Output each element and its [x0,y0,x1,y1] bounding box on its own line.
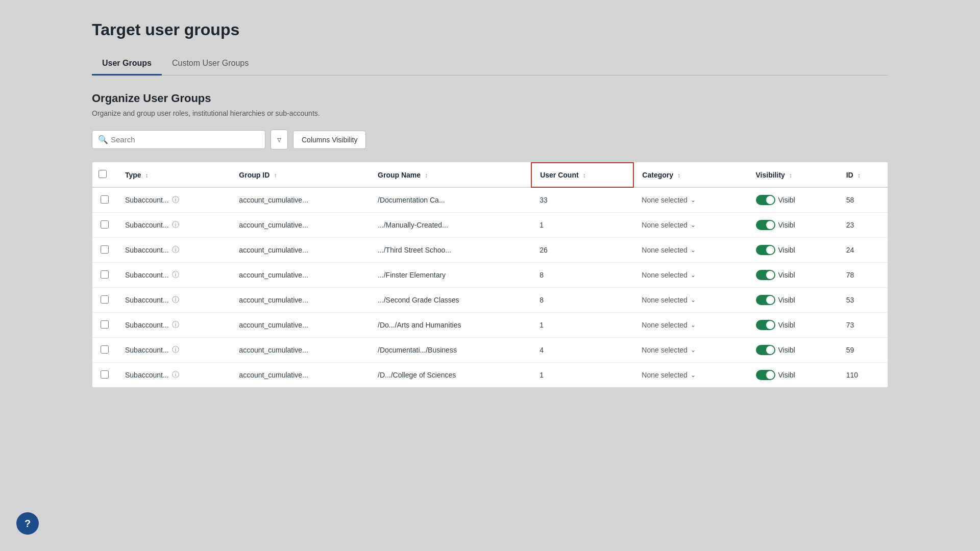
row-id-cell: 58 [838,187,888,213]
row-type-value: Subaccount... [125,371,169,379]
tab-custom-user-groups[interactable]: Custom User Groups [162,54,259,76]
row-info-icon[interactable]: ⓘ [172,345,179,355]
row-category-chevron[interactable]: ⌄ [691,296,696,304]
row-group-id-cell: account_cumulative... [231,238,370,263]
row-category-chevron[interactable]: ⌄ [691,246,696,254]
row-type-value: Subaccount... [125,221,169,229]
row-info-icon[interactable]: ⓘ [172,245,179,255]
group-name-header[interactable]: Group Name ↕ [370,163,531,187]
table-header-row: Type ↕ Group ID ↑ Group Name ↕ User Coun… [92,163,888,187]
row-checkbox-0[interactable] [101,195,109,204]
row-group-name-cell: .../Third Street Schoo... [370,238,531,263]
row-category-chevron[interactable]: ⌄ [691,196,696,204]
row-group-name-value: .../Manually-Created... [378,221,448,229]
row-category-chevron[interactable]: ⌄ [691,371,696,379]
row-info-icon[interactable]: ⓘ [172,195,179,205]
row-visibility-cell: Visibl [748,338,838,363]
row-checkbox-1[interactable] [101,220,109,229]
row-visibility-toggle[interactable] [756,270,775,280]
row-user-count-cell: 1 [531,213,633,238]
row-visibility-toggle[interactable] [756,195,775,205]
row-toggle-knob [766,296,774,304]
select-all-checkbox[interactable] [99,170,107,178]
row-category-chevron[interactable]: ⌄ [691,346,696,354]
row-type-value: Subaccount... [125,346,169,354]
id-header[interactable]: ID ↕ [838,163,888,187]
category-header[interactable]: Category ↕ [633,163,747,187]
row-toggle-knob [766,321,774,329]
page-title: Target user groups [92,20,888,39]
row-info-icon[interactable]: ⓘ [172,295,179,305]
table-row: Subaccount... ⓘ account_cumulative... /D… [92,338,888,363]
visibility-header[interactable]: Visibility ↕ [748,163,838,187]
table-row: Subaccount... ⓘ account_cumulative... ..… [92,238,888,263]
group-id-header[interactable]: Group ID ↑ [231,163,370,187]
columns-visibility-button[interactable]: Columns Visibility [293,131,366,149]
row-type-cell: Subaccount... ⓘ [117,288,231,313]
tabs-container: User Groups Custom User Groups [92,54,888,76]
row-checkbox-cell [92,313,117,338]
search-input[interactable] [92,130,265,149]
user-count-sort-icon: ↕ [583,172,586,179]
row-checkbox-3[interactable] [101,270,109,279]
row-info-icon[interactable]: ⓘ [172,220,179,230]
row-info-icon[interactable]: ⓘ [172,270,179,280]
row-type-cell: Subaccount... ⓘ [117,238,231,263]
row-checkbox-cell [92,187,117,213]
row-category-value: None selected [642,346,688,354]
row-group-id-cell: account_cumulative... [231,363,370,388]
row-group-id-cell: account_cumulative... [231,288,370,313]
row-visibility-toggle[interactable] [756,245,775,255]
table-body: Subaccount... ⓘ account_cumulative... /D… [92,187,888,387]
row-user-count-value: 1 [540,321,544,329]
row-checkbox-cell [92,363,117,388]
user-count-header[interactable]: User Count ↕ [531,163,633,187]
row-toggle-knob [766,221,774,229]
row-visibility-value: Visibl [778,246,795,254]
help-button[interactable]: ? [16,512,39,535]
row-group-name-cell: .../Finster Elementary [370,263,531,288]
table-row: Subaccount... ⓘ account_cumulative... /D… [92,363,888,388]
row-id-cell: 53 [838,288,888,313]
row-checkbox-6[interactable] [101,345,109,354]
type-header[interactable]: Type ↕ [117,163,231,187]
row-checkbox-5[interactable] [101,320,109,329]
row-id-cell: 73 [838,313,888,338]
row-visibility-cell: Visibl [748,187,838,213]
row-category-chevron[interactable]: ⌄ [691,221,696,229]
category-sort-icon: ↕ [677,172,680,179]
filter-button[interactable]: ▿ [271,130,288,149]
row-checkbox-4[interactable] [101,295,109,304]
user-count-header-label: User Count [540,171,578,179]
row-visibility-toggle[interactable] [756,370,775,380]
row-visibility-toggle[interactable] [756,320,775,330]
row-group-name-cell: .../Second Grade Classes [370,288,531,313]
row-category-cell: None selected ⌄ [633,263,747,288]
table-row: Subaccount... ⓘ account_cumulative... ..… [92,263,888,288]
row-user-count-value: 8 [540,271,544,279]
row-user-count-cell: 33 [531,187,633,213]
row-checkbox-2[interactable] [101,245,109,254]
row-visibility-toggle[interactable] [756,220,775,230]
row-category-chevron[interactable]: ⌄ [691,321,696,329]
row-user-count-cell: 8 [531,263,633,288]
row-category-cell: None selected ⌄ [633,213,747,238]
row-category-chevron[interactable]: ⌄ [691,271,696,279]
row-visibility-toggle[interactable] [756,345,775,355]
row-group-name-value: .../Third Street Schoo... [378,246,451,254]
row-group-id-value: account_cumulative... [239,346,308,354]
row-visibility-cell: Visibl [748,288,838,313]
row-group-name-value: /Documentation Ca... [378,196,445,204]
tab-user-groups[interactable]: User Groups [92,54,162,76]
row-info-icon[interactable]: ⓘ [172,370,179,380]
row-id-value: 78 [846,271,854,279]
row-info-icon[interactable]: ⓘ [172,320,179,330]
row-id-cell: 23 [838,213,888,238]
row-group-id-cell: account_cumulative... [231,338,370,363]
row-visibility-value: Visibl [778,271,795,279]
group-id-header-label: Group ID [239,171,270,179]
row-visibility-toggle[interactable] [756,295,775,305]
row-id-cell: 59 [838,338,888,363]
row-checkbox-7[interactable] [101,370,109,379]
row-group-id-value: account_cumulative... [239,246,308,254]
